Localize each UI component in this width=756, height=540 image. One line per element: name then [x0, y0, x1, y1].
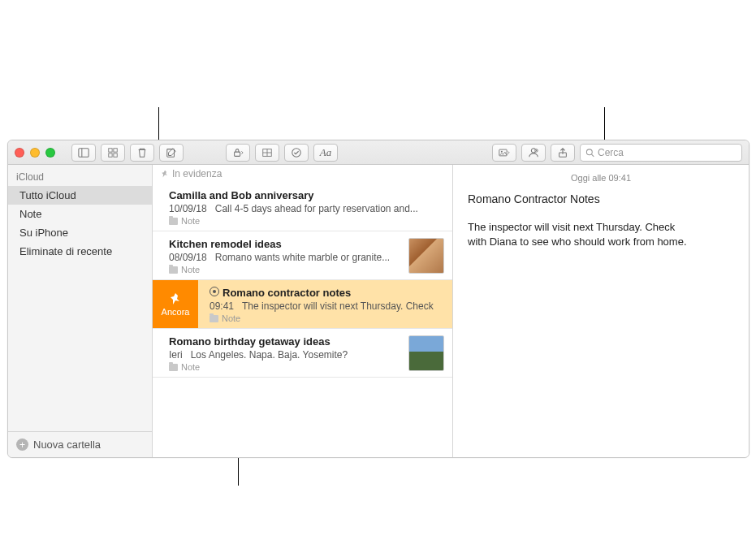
media-button[interactable] [492, 144, 516, 162]
note-thumbnail [408, 335, 444, 371]
search-icon [585, 148, 594, 158]
sidebar-item-recently-deleted[interactable]: Eliminate di recente [8, 242, 152, 261]
titlebar: Aa [8, 140, 749, 165]
note-title: Romano contractor notes [210, 287, 443, 299]
note-subtitle: 10/09/18Call 4-5 days ahead for party re… [169, 203, 443, 214]
share-button[interactable] [551, 144, 575, 162]
toolbar: Aa [71, 144, 742, 162]
note-folder: Note [169, 265, 443, 274]
folder-icon [210, 315, 218, 322]
note-title: Camilla and Bob anniversary [169, 189, 443, 201]
window-controls [15, 148, 55, 158]
folder-icon [169, 218, 178, 225]
svg-point-13 [501, 150, 503, 152]
pin-swipe-action[interactable]: Ancora [153, 280, 198, 328]
table-button[interactable] [255, 144, 279, 162]
checklist-button[interactable] [284, 144, 309, 162]
maximize-window[interactable] [45, 148, 55, 158]
editor-title: Romano Contractor Notes [468, 192, 734, 205]
format-button[interactable]: Aa [313, 144, 338, 162]
svg-point-11 [292, 148, 301, 157]
notes-list: In evidenza Camilla and Bob anniversary … [153, 165, 453, 457]
compose-button[interactable] [159, 144, 184, 162]
notes-window: Aa iCloud Tutto iCloud Note Su iPhone El… [7, 140, 750, 458]
plus-icon: + [16, 438, 28, 451]
note-subtitle: IeriLos Angeles. Napa. Baja. Yosemite? [169, 349, 443, 361]
note-folder: Note [169, 216, 443, 226]
pin-icon [161, 170, 169, 178]
note-row[interactable]: Camilla and Bob anniversary 10/09/18Call… [153, 183, 452, 231]
svg-rect-0 [79, 148, 89, 157]
note-row[interactable]: Romano birthday getaway ideas IeriLos An… [153, 329, 452, 378]
new-folder-button[interactable]: + Nuova cartella [8, 431, 152, 457]
folder-icon [169, 364, 178, 371]
svg-rect-5 [114, 153, 117, 156]
note-row[interactable]: Kitchen remodel ideas 08/09/18Romano wan… [153, 231, 452, 280]
collaborate-button[interactable] [521, 144, 546, 162]
pin-label: Ancora [162, 307, 190, 317]
svg-rect-7 [235, 152, 240, 156]
sidebar-item-on-iphone[interactable]: Su iPhone [8, 223, 152, 242]
new-folder-label: Nuova cartella [33, 438, 101, 451]
svg-rect-4 [109, 153, 112, 156]
svg-point-17 [586, 149, 592, 154]
note-folder: Note [169, 362, 443, 372]
svg-rect-2 [109, 148, 112, 151]
svg-rect-3 [114, 148, 117, 151]
grid-view-button[interactable] [101, 144, 125, 162]
search-field[interactable] [580, 144, 742, 162]
note-thumbnail [408, 238, 444, 274]
sidebar-toggle-button[interactable] [71, 144, 96, 162]
delete-button[interactable] [130, 144, 154, 162]
sidebar-item-notes[interactable]: Note [8, 205, 152, 223]
shared-icon [210, 287, 219, 296]
note-subtitle: 09:41The inspector will visit next Thurs… [210, 300, 443, 312]
sidebar-item-all-icloud[interactable]: Tutto iCloud [8, 186, 152, 205]
minimize-window[interactable] [30, 148, 40, 158]
note-folder: Note [210, 313, 443, 323]
note-subtitle: 08/09/18Romano wants white marble or gra… [169, 252, 443, 263]
editor-body: The inspector will visit next Thursday. … [468, 220, 695, 249]
note-editor[interactable]: Oggi alle 09:41 Romano Contractor Notes … [453, 165, 749, 457]
pin-icon [169, 292, 182, 305]
sidebar: iCloud Tutto iCloud Note Su iPhone Elimi… [8, 165, 153, 457]
note-title: Kitchen remodel ideas [169, 238, 443, 250]
note-title: Romano birthday getaway ideas [169, 335, 443, 348]
note-row-selected[interactable]: Ancora Romano contractor notes 09:41The … [153, 280, 452, 329]
lock-button[interactable] [226, 144, 250, 162]
svg-line-18 [592, 154, 594, 157]
sidebar-section-header: iCloud [8, 165, 152, 186]
editor-timestamp: Oggi alle 09:41 [468, 173, 734, 183]
close-window[interactable] [15, 148, 24, 158]
search-input[interactable] [598, 147, 737, 158]
list-pinned-header: In evidenza [153, 165, 452, 183]
folder-icon [169, 266, 178, 274]
